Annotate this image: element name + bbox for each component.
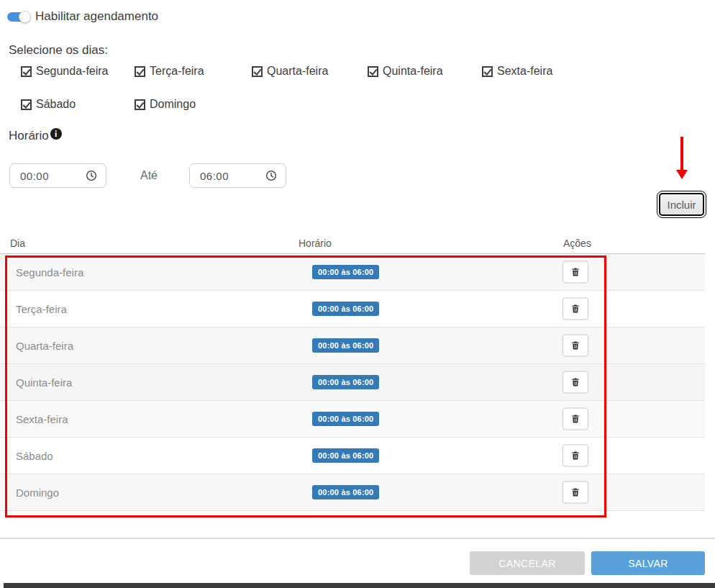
save-button[interactable]: SALVAR (591, 551, 705, 575)
row-time-badge: 00:00 às 06:00 (312, 485, 379, 499)
day-checkbox-label: Quinta-feira (383, 65, 443, 78)
row-day-label: Sexta-feira (16, 413, 68, 425)
row-day-label: Domingo (16, 487, 59, 499)
table-row: Domingo 00:00 às 06:00 (0, 474, 705, 511)
bottom-window-edge (4, 583, 715, 588)
table-row: Terça-feira 00:00 às 06:00 (0, 291, 705, 327)
checkbox-checked-icon[interactable] (482, 66, 493, 77)
delete-row-button[interactable] (563, 335, 588, 357)
trash-icon (570, 267, 580, 278)
row-time-badge: 00:00 às 06:00 (312, 448, 379, 463)
footer-divider (0, 538, 715, 539)
day-checkbox-label: Segunda-feira (36, 65, 109, 78)
day-checkbox-item[interactable]: Terça-feira (135, 65, 252, 78)
day-checkbox-label: Sábado (36, 98, 76, 111)
days-checkbox-group: Segunda-feira Terça-feira Quarta-feira Q… (21, 65, 552, 111)
select-days-label: Selecione os dias: (9, 43, 108, 58)
row-day-label: Terça-feira (16, 303, 67, 315)
time-to-input[interactable]: 06:00 (189, 163, 286, 188)
enable-scheduling-toggle[interactable] (7, 12, 29, 22)
checkbox-checked-icon[interactable] (135, 66, 145, 77)
trash-icon (570, 377, 580, 388)
table-row: Sábado 00:00 às 06:00 (0, 438, 705, 474)
trash-icon (570, 487, 580, 498)
trash-icon (570, 414, 580, 425)
annotation-arrow-icon (680, 137, 683, 171)
delete-row-button[interactable] (563, 261, 588, 284)
scheduling-form: Habilitar agendamento Selecione os dias:… (0, 0, 715, 588)
table-row: Quarta-feira 00:00 às 06:00 (0, 327, 705, 364)
checkbox-checked-icon[interactable] (368, 66, 378, 77)
schedule-section-header: Horário i (9, 129, 62, 143)
trash-icon (570, 304, 580, 315)
table-row: Sexta-feira 00:00 às 06:00 (0, 401, 705, 438)
enable-scheduling-label: Habilitar agendamento (35, 9, 158, 24)
schedule-label: Horário (9, 129, 49, 143)
row-day-label: Segunda-feira (16, 266, 83, 279)
until-label: Até (140, 169, 158, 182)
row-day-label: Sábado (16, 450, 53, 462)
day-checkbox-label: Quarta-feira (267, 65, 328, 78)
time-from-value: 00:00 (20, 170, 49, 182)
row-day-label: Quinta-feira (16, 376, 72, 389)
delete-row-button[interactable] (563, 371, 588, 394)
delete-row-button[interactable] (563, 298, 588, 320)
delete-row-button[interactable] (563, 445, 588, 467)
row-time-badge: 00:00 às 06:00 (312, 265, 379, 279)
time-to-value: 06:00 (200, 170, 229, 182)
day-checkbox-item[interactable]: Quarta-feira (252, 65, 368, 78)
time-from-input[interactable]: 00:00 (9, 163, 106, 188)
row-time-badge: 00:00 às 06:00 (312, 302, 379, 316)
day-checkbox-item[interactable]: Sexta-feira (482, 65, 552, 78)
clock-icon[interactable] (265, 170, 277, 181)
table-row: Quinta-feira 00:00 às 06:00 (0, 364, 705, 401)
day-checkbox-item[interactable]: Quinta-feira (368, 65, 482, 78)
table-header-day: Dia (10, 238, 25, 249)
checkbox-checked-icon[interactable] (252, 66, 263, 77)
checkbox-checked-icon[interactable] (21, 99, 32, 110)
table-row: Segunda-feira 00:00 às 06:00 (0, 254, 705, 291)
day-checkbox-item[interactable]: Domingo (135, 98, 252, 111)
delete-row-button[interactable] (563, 408, 588, 430)
day-checkbox-label: Sexta-feira (497, 65, 552, 78)
row-time-badge: 00:00 às 06:00 (312, 375, 379, 389)
day-checkbox-item[interactable]: Sábado (21, 98, 135, 111)
include-button-highlight-ring: Incluir (657, 191, 706, 218)
clock-icon[interactable] (86, 170, 97, 181)
table-header-time: Horário (299, 238, 332, 249)
checkbox-checked-icon[interactable] (135, 99, 145, 110)
day-checkbox-label: Domingo (150, 98, 196, 111)
enable-scheduling-row: Habilitar agendamento (7, 9, 158, 24)
toggle-knob-icon (19, 11, 31, 23)
day-checkbox-item[interactable]: Segunda-feira (21, 65, 135, 78)
info-icon[interactable]: i (50, 128, 62, 140)
row-time-badge: 00:00 às 06:00 (312, 338, 379, 353)
row-time-badge: 00:00 às 06:00 (312, 412, 379, 426)
checkbox-checked-icon[interactable] (21, 66, 32, 77)
include-button[interactable]: Incluir (659, 193, 704, 216)
schedule-table-body: Segunda-feira 00:00 às 06:00 Terça-feira… (0, 254, 705, 511)
day-checkbox-label: Terça-feira (150, 65, 204, 78)
trash-icon (570, 340, 580, 351)
row-day-label: Quarta-feira (16, 340, 73, 352)
trash-icon (570, 451, 580, 461)
table-header-actions: Ações (563, 238, 591, 249)
delete-row-button[interactable] (563, 481, 588, 504)
cancel-button[interactable]: CANCELAR (470, 551, 585, 575)
